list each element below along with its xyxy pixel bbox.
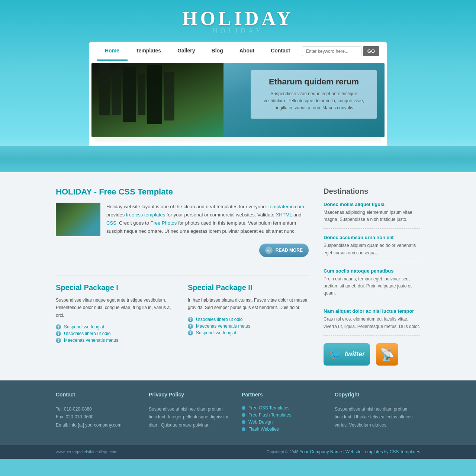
pkg2-link-3[interactable]: Suspendisse feugiat (188, 330, 309, 335)
article-image (56, 203, 100, 236)
package-2-links: Utsodales libero ut odio Maecenas venena… (188, 317, 309, 335)
social-icons: 🐦 twitter 📡 (324, 343, 420, 366)
link-free-flash-templates[interactable]: Free Flash Templates (248, 412, 291, 418)
footer-tel: Tel: 010-020-0880 (56, 406, 92, 412)
package-1-title: Special Package I (56, 283, 177, 292)
footer-partners: Partners Free CSS Templates Free Flash T… (242, 392, 327, 434)
article-divider (56, 276, 309, 276)
nav-blog[interactable]: Blog (203, 42, 231, 61)
content-left: HOLIDAY - Free CSS Template Holiday webs… (56, 187, 309, 366)
twitter-label: twitter (345, 350, 365, 358)
site-title-reflect: HOLIDAY (0, 27, 476, 35)
footer-by: by (384, 450, 389, 454)
site-title: HOLIDAY (0, 7, 476, 29)
link-xhtml[interactable]: XHTML (276, 212, 292, 218)
nav-contact[interactable]: Contact (263, 42, 298, 61)
pkg-bullet (188, 330, 193, 335)
footer-partners-links: Free CSS Templates Free Flash Templates … (242, 405, 327, 432)
nav-bar: Home Templates Gallery Blog About Contac… (89, 42, 387, 61)
link-web-design[interactable]: Web Design (248, 419, 273, 425)
link-photos[interactable]: Free Photos (151, 220, 177, 226)
article-title: HOLIDAY - Free CSS Template (56, 187, 309, 197)
pkg1-link-3-text[interactable]: Maecenas venenatis metus (64, 338, 118, 343)
pkg-bullet (188, 317, 193, 322)
footer-fax: Fax: 020-010-0660 (56, 414, 93, 419)
dest-item-4-title[interactable]: Nam aliquet dolor ac nisl luctus tempor (324, 308, 420, 314)
hero-text: Suspendisse vitae neque eget ante tristi… (259, 90, 369, 112)
footer-contact-text: Tel: 010-020-0880 Fax: 020-010-0660 Emai… (56, 405, 141, 430)
hero-buildings (91, 63, 238, 137)
package-1-links: Suspendisse feugiat Utsodales libero ut … (56, 324, 177, 343)
link-free-css[interactable]: free css templates (126, 212, 165, 218)
package-1: Special Package I Suspendisse vitae nequ… (56, 283, 177, 344)
footer-bar: www.heritagechristiancollege.com Copyrig… (0, 445, 476, 459)
article-text: Holiday website layout is one of the cle… (106, 203, 309, 236)
dest-item-3-title[interactable]: Cum sociis natoque penatibus (324, 268, 420, 274)
footer-copyright-symbol: Copyright © 2048 (267, 450, 299, 454)
footer-partners-title: Partners (242, 392, 327, 400)
package-1-text: Suspendisse vitae neque eget ante tristi… (56, 296, 177, 319)
main-content: HOLIDAY - Free CSS Template Holiday webs… (0, 172, 476, 380)
destinations-title: Destinations (324, 187, 420, 196)
pkg-bullet (56, 324, 61, 329)
article-body: Holiday website layout is one of the cle… (56, 203, 309, 236)
search-input[interactable] (302, 46, 361, 56)
dest-item-2-text: Suspendisse aliquam quam ac dolor venena… (324, 242, 420, 256)
nav-about[interactable]: About (231, 42, 263, 61)
pkg1-link-2[interactable]: Utsodales libero ut odio (56, 331, 177, 336)
read-more-label: READ MORE (276, 248, 303, 253)
link-css[interactable]: CSS (106, 220, 116, 226)
footer-copyright-text: Suspendisse at nisi nec diam pretium tin… (335, 405, 420, 430)
footer-bullet (242, 406, 245, 410)
dest-item-4: Nam aliquet dolor ac nisl luctus tempor … (324, 308, 420, 335)
search-button[interactable]: GO (363, 46, 379, 56)
search-form: GO (302, 46, 379, 56)
read-more-button[interactable]: ∞ READ MORE (259, 244, 309, 257)
nav-gallery[interactable]: Gallery (169, 42, 203, 61)
pkg1-link-1-text[interactable]: Suspendisse feugiat (64, 324, 104, 329)
footer-link-2: Free Flash Templates (242, 412, 327, 418)
footer-company-link[interactable]: Your Company Name (300, 449, 342, 454)
pkg-bullet (188, 324, 193, 329)
dest-item-2: Donec accumsan urna non elit Suspendisse… (324, 235, 420, 262)
package-2-text: In hac habitasse platea dictumst. Fusce … (188, 296, 309, 312)
pkg2-link-2-text[interactable]: Maecenas venenatis metus (196, 324, 250, 329)
footer-css-link[interactable]: CSS Templates (390, 449, 420, 454)
footer-templates-link[interactable]: Website Templates (345, 449, 383, 454)
footer-email: Email: info [at] yourcompany.com (56, 422, 122, 428)
hero-shadow (95, 137, 381, 144)
link-free-css-templates[interactable]: Free CSS Templates (248, 405, 290, 411)
footer-bullet (242, 427, 245, 431)
pkg2-link-1[interactable]: Utsodales libero ut odio (188, 317, 309, 322)
footer-bullet (242, 420, 245, 424)
footer-privacy-title: Privacy Policy (149, 392, 234, 400)
nav-templates[interactable]: Templates (128, 42, 169, 61)
dest-item-3: Cum sociis natoque penatibus Proin dui m… (324, 268, 420, 303)
link-flash-websites[interactable]: Flash Websites (248, 427, 279, 432)
dest-item-2-title[interactable]: Donec accumsan urna non elit (324, 235, 420, 240)
pkg1-link-1[interactable]: Suspendisse feugiat (56, 324, 177, 329)
footer-copyright-col: Copyright Suspendisse at nisi nec diam p… (335, 392, 420, 434)
pkg1-link-2-text[interactable]: Utsodales libero ut odio (64, 331, 110, 336)
dest-item-1-title[interactable]: Donec mollis aliquet ligula (324, 202, 420, 207)
footer-url: www.heritagechristiancollege.com (56, 450, 118, 454)
footer-privacy-text: Suspendisse at nisi nec diam pretium tin… (149, 405, 234, 430)
twitter-badge[interactable]: 🐦 twitter (324, 343, 370, 366)
footer-privacy: Privacy Policy Suspendisse at nisi nec d… (149, 392, 234, 434)
hero-banner: Etharum quidem rerum Suspendisse vitae n… (89, 61, 387, 146)
pkg2-link-2[interactable]: Maecenas venenatis metus (188, 324, 309, 329)
rss-icon: 📡 (380, 347, 395, 361)
footer-bar-inner: www.heritagechristiancollege.com Copyrig… (56, 449, 420, 454)
footer: Contact Tel: 010-020-0880 Fax: 020-010-0… (0, 380, 476, 459)
footer-link-4: Flash Websites (242, 427, 327, 432)
pkg1-link-3[interactable]: Maecenas venenatis metus (56, 338, 177, 343)
dest-item-1: Donec mollis aliquet ligula Maecenas adi… (324, 202, 420, 229)
packages-section: Special Package I Suspendisse vitae nequ… (56, 283, 309, 344)
pkg2-link-3-text[interactable]: Suspendisse feugiat (196, 330, 236, 335)
nav-home[interactable]: Home (97, 42, 128, 61)
pkg2-link-1-text[interactable]: Utsodales libero ut odio (196, 317, 242, 322)
footer-link-1: Free CSS Templates (242, 405, 327, 411)
link-templatemo[interactable]: templatemo.com (268, 204, 304, 209)
footer-link-3: Web Design (242, 419, 327, 425)
rss-badge[interactable]: 📡 (376, 343, 398, 366)
